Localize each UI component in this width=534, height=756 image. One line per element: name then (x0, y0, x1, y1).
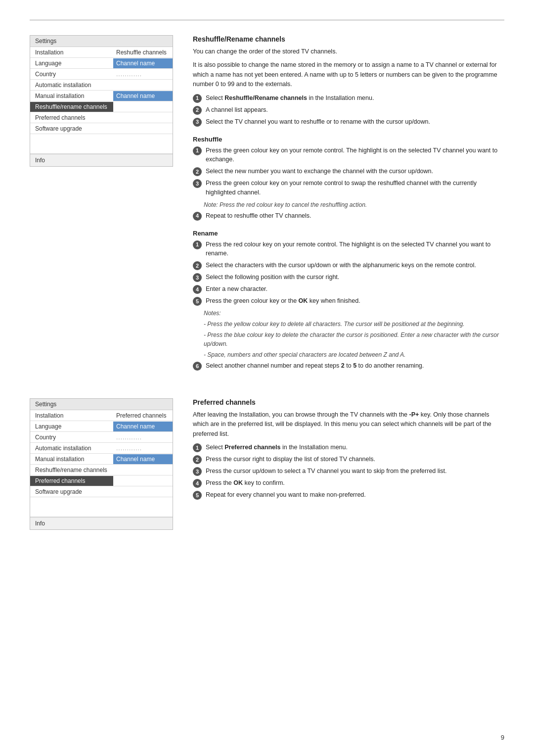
step-item: 2 Select the new number you want to exch… (193, 167, 504, 176)
menu-value-auto-2: ............ (113, 443, 173, 453)
info-row: Info (30, 154, 173, 166)
step-text-r1: Press the green colour key on your remot… (206, 146, 504, 165)
step-item: 4 Enter a new character. (193, 284, 504, 294)
settings-title: Settings (30, 36, 173, 47)
menu-value-auto (113, 84, 173, 87)
menu-header-row-2: Installation Preferred channels (30, 410, 173, 421)
main-steps: 1 Select Reshuffle/Rename channels in th… (193, 94, 504, 127)
menu-label-reshuffle: Reshuffle/rename channels (30, 102, 113, 112)
menu-label-preferred: Preferred channels (30, 113, 113, 123)
step-text-rn3: Select the following position with the c… (206, 273, 504, 282)
step-num-r4: 4 (193, 212, 202, 221)
menu-empty-rows-2 (30, 497, 173, 517)
menu-panel-preferred: Settings Installation Preferred channels… (30, 398, 173, 530)
step-item: 1 Select Preferred channels in the Insta… (193, 443, 504, 452)
rename-step6: 6 Select another channel number and repe… (193, 361, 504, 371)
intro-para-1: You can change the order of the stored T… (193, 47, 504, 56)
step-num-1: 1 (193, 94, 202, 103)
menu-panel-reshuffle: Settings Installation Reshuffle channels… (30, 35, 173, 374)
step-text-p5: Repeat for every channel you want to mak… (206, 490, 504, 500)
reshuffle-steps: 1 Press the green colour key on your rem… (193, 146, 504, 197)
menu-value-manual-2: Channel name (113, 454, 173, 464)
step-text-rn4: Enter a new character. (206, 284, 504, 294)
menu-header-row: Installation Reshuffle channels (30, 47, 173, 58)
menu-header-right-2: Preferred channels (113, 411, 173, 421)
subsection-title-rename: Rename (193, 230, 504, 237)
step-text-p2: Press the cursor right to display the li… (206, 455, 504, 464)
step-text-3: Select the TV channel you want to reshuf… (206, 117, 504, 127)
menu-value-reshuffle-2 (113, 469, 173, 472)
menu-label-country: Country (30, 69, 113, 79)
step-num-rn3: 3 (193, 273, 202, 282)
menu-value-software (113, 127, 173, 130)
step-item: 3 Select the following position with the… (193, 273, 504, 282)
menu-empty-rows (30, 134, 173, 154)
instructions-preferred: Preferred channels After leaving the Ins… (193, 398, 504, 530)
step-num-rn4: 4 (193, 285, 202, 294)
step-num-r1: 1 (193, 146, 202, 155)
menu-label-auto-2: Automatic installation (30, 443, 113, 453)
step-num-p3: 3 (193, 467, 202, 476)
menu-label-language: Language (30, 58, 113, 68)
step-num-p2: 2 (193, 455, 202, 464)
step-item: 6 Select another channel number and repe… (193, 361, 504, 371)
info-row-2: Info (30, 517, 173, 529)
menu-row-manual-2: Manual installation Channel name (30, 454, 173, 465)
menu-label-manual: Manual installation (30, 91, 113, 101)
step-num-2: 2 (193, 106, 202, 115)
section-title-preferred: Preferred channels (193, 398, 504, 406)
step-item: 5 Repeat for every channel you want to m… (193, 490, 504, 500)
reshuffle-note: Note: Press the red colour key to cancel… (204, 200, 504, 209)
menu-header-right: Reshuffle channels (113, 47, 173, 57)
menu-row-software-2: Software upgrade (30, 486, 173, 497)
step-text-p1: Select Preferred channels in the Install… (206, 443, 504, 452)
menu-label-country-2: Country (30, 432, 113, 442)
menu-row-auto-2: Automatic installation ............ (30, 443, 173, 454)
section-title-reshuffle: Reshuffle/Rename channels (193, 35, 504, 43)
step-text-rn6: Select another channel number and repeat… (206, 361, 504, 371)
step-item: 3 Press the cursor up/down to select a T… (193, 467, 504, 476)
menu-header-left: Installation (30, 47, 113, 57)
step-text-rn2: Select the characters with the cursor up… (206, 261, 504, 270)
menu-row-auto: Automatic installation (30, 80, 173, 91)
menu-value-preferred-2 (113, 479, 173, 482)
subsection-title-reshuffle: Reshuffle (193, 136, 504, 143)
menu-header-left-2: Installation (30, 411, 113, 421)
step-num-rn2: 2 (193, 261, 202, 270)
step-item: 5 Press the green colour key or the OK k… (193, 296, 504, 306)
step-text-r2: Select the new number you want to exchan… (206, 167, 504, 176)
step-item: 3 Press the green colour key on your rem… (193, 179, 504, 197)
step-text-2: A channel list appears. (206, 105, 504, 115)
reshuffle-step4: 4 Repeat to reshuffle other TV channels. (193, 211, 504, 221)
page-number: 9 (501, 734, 504, 741)
step-text-r3: Press the green colour key on your remot… (206, 179, 504, 197)
menu-label-manual-2: Manual installation (30, 454, 113, 464)
step-item: 1 Select Reshuffle/Rename channels in th… (193, 94, 504, 103)
menu-row-country-2: Country ............ (30, 432, 173, 443)
step-num-p4: 4 (193, 479, 202, 488)
step-item: 4 Press the OK key to confirm. (193, 478, 504, 488)
step-text-p4: Press the OK key to confirm. (206, 478, 504, 488)
step-item: 1 Press the red colour key on your remot… (193, 240, 504, 259)
menu-row-reshuffle-2: Reshuffle/rename channels (30, 465, 173, 475)
settings-box-preferred: Settings Installation Preferred channels… (30, 398, 173, 530)
menu-label-software-2: Software upgrade (30, 487, 113, 497)
menu-row-language-2: Language Channel name (30, 421, 173, 432)
rename-note-1: - Press the yellow colour key to delete … (204, 320, 504, 329)
step-num-rn5: 5 (193, 297, 202, 306)
menu-label-reshuffle-2: Reshuffle/rename channels (30, 465, 113, 475)
menu-value-software-2 (113, 490, 173, 493)
step-num-rn1: 1 (193, 240, 202, 249)
step-num-3: 3 (193, 118, 202, 127)
step-num-r2: 2 (193, 167, 202, 176)
menu-value-reshuffle (113, 105, 173, 108)
step-item: 1 Press the green colour key on your rem… (193, 146, 504, 165)
menu-row-preferred: Preferred channels (30, 112, 173, 123)
step-item: 3 Select the TV channel you want to resh… (193, 117, 504, 127)
preferred-steps: 1 Select Preferred channels in the Insta… (193, 443, 504, 500)
rename-steps: 1 Press the red colour key on your remot… (193, 240, 504, 306)
step-text-1: Select Reshuffle/Rename channels in the … (206, 94, 504, 103)
step-text-rn5: Press the green colour key or the OK key… (206, 296, 504, 306)
menu-value-language: Channel name (113, 58, 173, 68)
step-num-p5: 5 (193, 491, 202, 500)
